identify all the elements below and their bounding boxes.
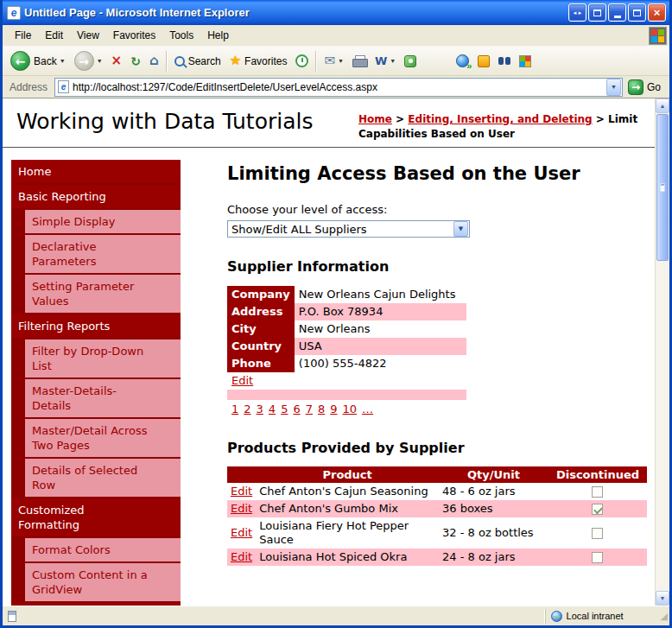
forward-button[interactable]: → ▼: [70, 49, 107, 73]
pager-page-2[interactable]: 2: [244, 403, 250, 415]
supplier-rows: CompanyNew Orleans Cajun DelightsAddress…: [227, 286, 466, 419]
sidebar-item-details-of-selected-row[interactable]: Details of Selected Row: [25, 459, 181, 497]
scrollbar-thumb[interactable]: [656, 114, 669, 261]
sidebar-item-custom-content-in-a-gridview[interactable]: Custom Content in a GridView: [25, 563, 181, 601]
pager-page-4[interactable]: 4: [269, 403, 276, 415]
favorites-button[interactable]: ★ Favorites: [225, 49, 292, 73]
menu-view[interactable]: View: [70, 26, 106, 45]
address-label: Address: [6, 81, 54, 93]
research-button[interactable]: [494, 49, 515, 73]
title-arrows-button[interactable]: ◄►: [568, 3, 586, 22]
sidebar-item-customized-formatting[interactable]: Customized Formatting: [11, 498, 181, 536]
sidebar-item-filtering-reports[interactable]: Filtering Reports: [11, 314, 181, 338]
access-level-select[interactable]: Show/Edit ALL Suppliers ▼: [227, 220, 470, 238]
refresh-icon: ↻: [130, 55, 141, 67]
maximize-button[interactable]: [628, 3, 646, 22]
close-button[interactable]: ×: [648, 3, 666, 22]
print-button[interactable]: [348, 49, 371, 73]
go-button[interactable]: → Go: [628, 79, 661, 95]
mail-button[interactable]: ✉▼: [320, 49, 348, 73]
supplier-field-label: Address: [227, 303, 295, 320]
breadcrumb-link-editing-inserting-and-deleting[interactable]: Editing, Inserting, and Deleting: [408, 113, 592, 125]
menu-file[interactable]: File: [8, 26, 38, 45]
breadcrumb-link-home[interactable]: Home: [358, 113, 392, 125]
product-edit-link[interactable]: Edit: [231, 502, 252, 515]
pager-page-6[interactable]: 6: [293, 403, 300, 415]
product-name: Louisiana Fiery Hot Pepper Sauce: [256, 517, 439, 549]
combo-dropdown-icon[interactable]: ▼: [453, 221, 468, 237]
product-edit-link[interactable]: Edit: [231, 485, 252, 498]
product-edit-link[interactable]: Edit: [231, 526, 252, 539]
resize-grip[interactable]: ◢: [661, 611, 668, 622]
stop-button[interactable]: ×: [107, 49, 127, 73]
title-window-button[interactable]: [588, 3, 606, 22]
history-button[interactable]: [291, 49, 313, 73]
sidebar-item-basic-reporting[interactable]: Basic Reporting: [11, 185, 181, 208]
back-icon: ←: [10, 51, 30, 71]
supplier-field-value: (100) 555-4822: [295, 355, 466, 372]
home-button[interactable]: ⌂: [145, 49, 163, 73]
edit-dropdown-icon[interactable]: ▼: [390, 58, 396, 64]
scroll-up-button[interactable]: ▲: [656, 98, 669, 113]
address-url-input[interactable]: [69, 81, 605, 93]
back-button[interactable]: ← Back ▼: [6, 49, 70, 73]
pager-page-9[interactable]: 9: [330, 403, 337, 415]
pager-page-5[interactable]: 5: [281, 403, 288, 415]
pager-page-7[interactable]: 7: [306, 403, 313, 415]
product-discontinued-cell: [548, 500, 647, 517]
pager-page-1[interactable]: 1: [231, 403, 238, 415]
sidebar-item-master-details-details[interactable]: Master-Details-Details: [25, 379, 181, 417]
search-icon: [174, 56, 185, 67]
title-bar[interactable]: e Untitled Page - Microsoft Internet Exp…: [3, 0, 669, 25]
address-input-box[interactable]: e ▼: [54, 78, 623, 97]
scrollbar-track[interactable]: [656, 262, 669, 591]
forward-dropdown-icon[interactable]: ▼: [97, 58, 103, 64]
sidebar-item-home[interactable]: Home: [11, 160, 181, 183]
supplier-details-table: CompanyNew Orleans Cajun DelightsAddress…: [227, 286, 466, 419]
discontinued-checkbox[interactable]: [592, 504, 603, 515]
address-dropdown-button[interactable]: ▼: [606, 79, 621, 96]
grid-icon: [519, 55, 531, 67]
stop-icon: ×: [111, 54, 123, 67]
discontinued-checkbox[interactable]: [592, 486, 603, 498]
globe-arrows-icon: [456, 54, 469, 67]
pager-page-more[interactable]: …: [362, 403, 373, 415]
supplier-edit-link[interactable]: Edit: [231, 374, 253, 387]
back-dropdown-icon[interactable]: ▼: [60, 58, 66, 64]
sidebar-item-simple-display[interactable]: Simple Display: [25, 210, 181, 233]
vertical-scrollbar[interactable]: ▲ ▼: [655, 98, 669, 606]
search-button[interactable]: Search: [170, 49, 225, 73]
edit-button[interactable]: W▼: [371, 49, 400, 73]
menu-favorites[interactable]: Favorites: [106, 26, 162, 45]
sidebar-item-master-detail-across-two-pages[interactable]: Master/Detail Across Two Pages: [25, 419, 181, 457]
mail-dropdown-icon[interactable]: ▼: [338, 58, 344, 64]
menu-tools[interactable]: Tools: [162, 26, 200, 45]
sidebar-item-filter-by-drop-down-list[interactable]: Filter by Drop-Down List: [25, 339, 181, 377]
pager-page-3[interactable]: 3: [257, 403, 263, 415]
sidebar-item-setting-parameter-values[interactable]: Setting Parameter Values: [25, 275, 181, 313]
go-label: Go: [647, 81, 661, 93]
sidebar-item-declarative-parameters[interactable]: Declarative Parameters: [25, 235, 181, 273]
sidebar-item-format-colors[interactable]: Format Colors: [25, 538, 181, 561]
messenger-button[interactable]: [400, 49, 421, 73]
tiles-button[interactable]: [515, 49, 536, 73]
refresh-button[interactable]: ↻: [126, 49, 145, 73]
product-edit-link[interactable]: Edit: [231, 550, 252, 563]
minimize-button[interactable]: [608, 3, 626, 22]
breadcrumb-separator: >: [593, 113, 608, 125]
access-level-label: Choose your level of access:: [227, 203, 647, 216]
pager-page-10[interactable]: 10: [343, 403, 358, 415]
menu-edit[interactable]: Edit: [38, 26, 70, 45]
menu-help[interactable]: Help: [200, 26, 236, 45]
scroll-down-button[interactable]: ▼: [656, 591, 669, 606]
supplier-field-value: New Orleans Cajun Delights: [295, 286, 466, 303]
highlighter-button[interactable]: [473, 49, 494, 73]
breadcrumb-separator: >: [392, 113, 408, 125]
discontinued-checkbox[interactable]: [592, 552, 603, 563]
status-zone-label: Local intranet: [567, 611, 624, 621]
discontinued-checkbox[interactable]: [592, 528, 603, 539]
forward-icon: →: [74, 51, 94, 71]
go-to-linked-button[interactable]: [452, 49, 473, 73]
pager-page-8[interactable]: 8: [318, 403, 325, 415]
product-row: EditLouisiana Hot Spiced Okra24 - 8 oz j…: [227, 549, 647, 566]
